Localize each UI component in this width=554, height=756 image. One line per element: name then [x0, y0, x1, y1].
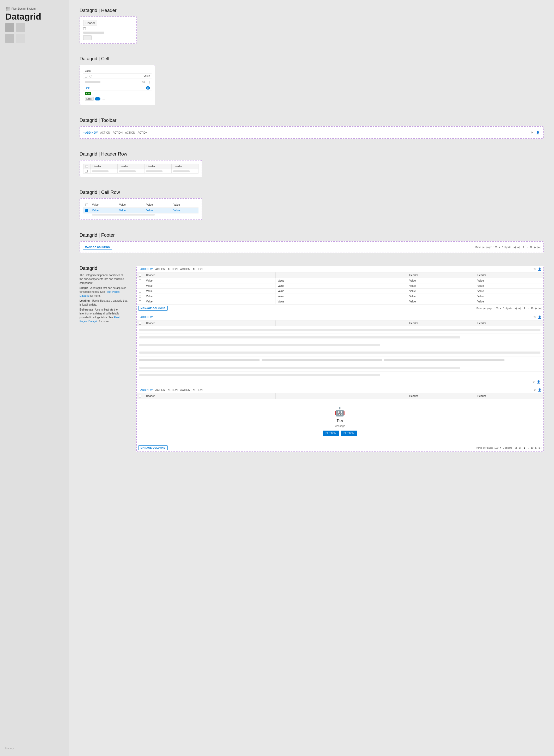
- body-checkbox-1[interactable]: [85, 170, 88, 172]
- section-footer-title: Datagrid | Footer: [79, 233, 544, 238]
- dg-load-check[interactable]: [139, 322, 142, 324]
- manage-columns-button[interactable]: MANAGE COLUMNS: [83, 245, 112, 249]
- dg-footer-info-1: Rows per page: 100 ▾ 0 objects |◀ ◀ / 10…: [477, 306, 542, 310]
- dg-add-new-3[interactable]: + ADD NEW: [138, 389, 153, 392]
- brand-icon-small: [5, 6, 10, 11]
- load-row-2: [137, 334, 543, 341]
- dg-action-3d[interactable]: ACTION: [193, 389, 203, 392]
- cell-row-4[interactable]: Link C: [83, 85, 152, 91]
- toolbar-action-3[interactable]: ACTION: [125, 131, 135, 134]
- dg-row-check-3[interactable]: [139, 290, 142, 293]
- dg-row-check-5[interactable]: [139, 300, 142, 303]
- page-next-icon[interactable]: ▶: [534, 246, 536, 249]
- toolbar-action-1[interactable]: ACTION: [100, 131, 110, 134]
- dg-row-check-4[interactable]: [139, 295, 142, 298]
- page-last-icon[interactable]: ▶|: [538, 246, 541, 249]
- cell-toggle[interactable]: [95, 97, 100, 100]
- refresh-icon[interactable]: ↻: [530, 131, 534, 135]
- simple-label: Simple: [79, 287, 88, 289]
- cell-radio[interactable]: [90, 75, 92, 78]
- header-table-checkbox[interactable]: [86, 165, 88, 168]
- dg-action-1c[interactable]: ACTION: [180, 268, 190, 270]
- dg-action-3a[interactable]: ACTION: [155, 389, 165, 392]
- cell-checkbox[interactable]: [85, 75, 88, 78]
- cell-row-5: API: [83, 91, 152, 96]
- section-footer: Datagrid | Footer MANAGE COLUMNS Rows pe…: [79, 233, 544, 253]
- user-icon[interactable]: 👤: [536, 131, 540, 135]
- dg-row-1d[interactable]: Value Value Value Value: [137, 294, 543, 299]
- section-cellrow: Datagrid | Cell Row Value Value Value Va…: [79, 190, 544, 220]
- datagrid-loading: + ADD NEW ↻ 👤 Header Header Header: [137, 314, 543, 385]
- empty-btn-2[interactable]: BUTTON: [341, 431, 357, 436]
- main-content: Datagrid | Header Header Datagrid | Cell…: [69, 0, 554, 756]
- cr-check-filled[interactable]: [85, 209, 88, 212]
- objects-count: 0 objects: [502, 246, 511, 248]
- rows-dropdown-icon[interactable]: ▾: [499, 246, 500, 248]
- dg-add-new-1[interactable]: + ADD NEW: [138, 268, 153, 270]
- dg-header-check[interactable]: [139, 274, 142, 276]
- brand-logo-large: [5, 23, 26, 44]
- page-separator: /: [528, 246, 529, 248]
- empty-btn-1[interactable]: BUTTON: [323, 431, 339, 436]
- dg-bp-check[interactable]: [139, 395, 142, 397]
- cell-row-1: Value —: [83, 68, 152, 73]
- dg-refresh-2[interactable]: ↻: [534, 315, 536, 319]
- datagrid-boilerplate: + ADD NEW ACTION ACTION ACTION ACTION ↻ …: [137, 387, 543, 451]
- dg-row-1c[interactable]: Value Value Value Value: [137, 289, 543, 294]
- dg-add-new-2[interactable]: + ADD NEW: [138, 316, 153, 319]
- header-mini-btn[interactable]: [83, 35, 92, 40]
- dg-row-1a[interactable]: Value Value Value Value: [137, 278, 543, 284]
- toolbar-preview: + ADD NEW ACTION ACTION ACTION ACTION ↻ …: [79, 126, 544, 139]
- rows-count: 100: [494, 246, 497, 248]
- manage-cols-btn-1[interactable]: MANAGE COLUMNS: [138, 306, 168, 310]
- dg-hcell-b-2: [276, 395, 407, 397]
- dg-action-1b[interactable]: ACTION: [168, 268, 178, 270]
- header-th-3: Header: [145, 164, 172, 169]
- header-table-row: Header Header Header Header: [84, 164, 199, 169]
- toolbar-action-4[interactable]: ACTION: [138, 131, 148, 134]
- load-refresh-icon[interactable]: ↻: [532, 380, 535, 384]
- dg-action-1d[interactable]: ACTION: [193, 268, 203, 270]
- dg-refresh-3[interactable]: ↻: [534, 388, 536, 392]
- cellrow-preview: Value Value Value Value Value Value Valu…: [79, 198, 202, 220]
- dg-user-3[interactable]: 👤: [538, 388, 542, 392]
- dg-action-1a[interactable]: ACTION: [155, 268, 165, 270]
- dg-row-1b[interactable]: Value Value Value Value: [137, 284, 543, 289]
- svg-rect-7: [16, 34, 25, 43]
- page-input[interactable]: [521, 245, 526, 249]
- page-prev-icon[interactable]: ◀: [517, 246, 519, 249]
- brand-subtitle: Fleet Design System: [11, 7, 36, 10]
- toolbar-action-2[interactable]: ACTION: [113, 131, 123, 134]
- manage-cols-btn-3[interactable]: MANAGE COLUMNS: [138, 446, 168, 450]
- cr-check-1[interactable]: [85, 204, 88, 206]
- svg-rect-1: [8, 7, 10, 9]
- dg-hcell-b-4: Header: [475, 393, 543, 399]
- dg-user-2[interactable]: 👤: [538, 315, 542, 319]
- section-cell-title: Datagrid | Cell: [79, 56, 544, 62]
- load-bar-7a: [139, 374, 380, 376]
- dg-user-1[interactable]: 👤: [538, 267, 542, 271]
- dg-hcell-l-4: Header: [475, 320, 543, 326]
- dg-row-check-2[interactable]: [139, 285, 142, 287]
- empty-buttons: BUTTON BUTTON: [323, 431, 357, 436]
- empty-title: Title: [337, 419, 343, 422]
- load-row-1: [137, 326, 543, 334]
- header-checkbox[interactable]: [83, 28, 86, 30]
- dg-icons-1: ↻ 👤: [534, 267, 542, 271]
- dg-action-3b[interactable]: ACTION: [168, 389, 178, 392]
- datagrid-loading-desc: Loading - Use to illustrate a datagrid t…: [79, 299, 128, 307]
- page-first-icon[interactable]: |◀: [513, 246, 516, 249]
- load-user-icon[interactable]: 👤: [537, 380, 541, 384]
- load-row-4: [137, 349, 543, 356]
- dg-row-1e[interactable]: Value Value Value Value: [137, 299, 543, 304]
- dg-header-2: Header Header Header: [137, 320, 543, 326]
- dg-refresh-1[interactable]: ↻: [534, 267, 536, 271]
- cell-row-2: Value: [83, 73, 152, 79]
- dg-hcell-l-3: Header: [407, 320, 475, 326]
- toolbar-add-new[interactable]: + ADD NEW: [83, 131, 98, 134]
- cell-table-row-sub: [83, 213, 199, 216]
- dg-row-check-1[interactable]: [139, 280, 142, 282]
- dg-action-3c[interactable]: ACTION: [180, 389, 190, 392]
- cell-table-row-selected[interactable]: Value Value Value Value: [83, 208, 199, 213]
- loading-label: Loading: [79, 299, 90, 302]
